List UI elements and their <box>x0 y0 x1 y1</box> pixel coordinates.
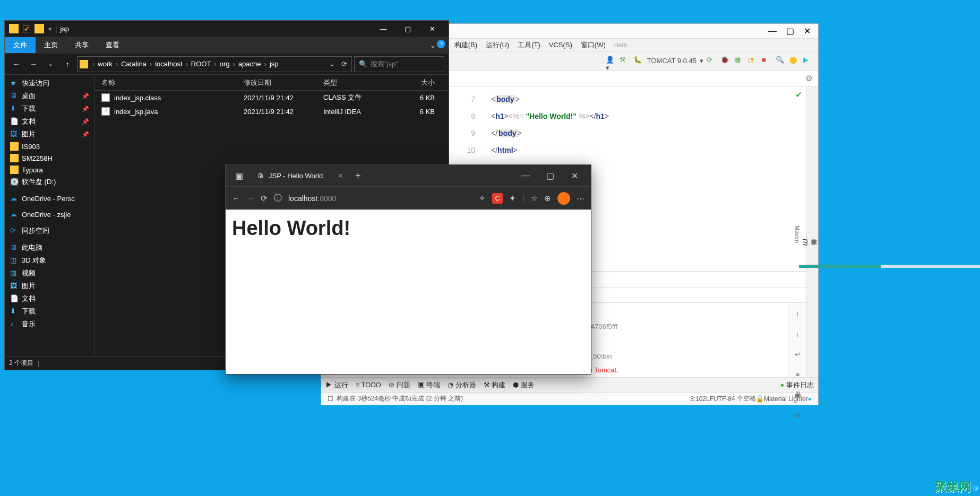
nav-quick-access[interactable]: ★快速访问 <box>5 77 94 90</box>
close-icon[interactable]: ✕ <box>804 26 811 36</box>
search-icon[interactable]: 🔍 <box>776 56 786 66</box>
minimize-button[interactable]: — <box>371 21 396 37</box>
reload-button[interactable]: ⟳ <box>261 194 268 203</box>
menu-build[interactable]: 构建(B) <box>451 39 480 51</box>
menu-window[interactable]: 窗口(W) <box>578 39 609 51</box>
extension-c-icon[interactable]: C <box>492 193 503 204</box>
sync-icon[interactable]: ⊕ <box>544 194 551 203</box>
tool-services[interactable]: ⬢ 服务 <box>513 380 535 390</box>
browser-titlebar[interactable]: ▣ 🗎 JSP - Hello World ✕ + — ▢ ✕ <box>226 165 591 186</box>
search-input[interactable]: 🔍 搜索"jsp" <box>354 56 444 72</box>
site-info-icon[interactable]: ⓘ <box>274 193 282 203</box>
column-name[interactable]: 名称 <box>95 78 244 88</box>
file-row[interactable]: Jindex_jsp.java 2021/11/9 21:42 IntelliJ… <box>95 105 449 118</box>
nav-3d-objects[interactable]: ◫3D 对象 <box>5 254 94 267</box>
nav-pictures[interactable]: 🖼图片📌 <box>5 128 94 141</box>
run-bug-icon[interactable]: 🐛 <box>633 56 644 66</box>
maximize-icon[interactable]: ▢ <box>786 26 794 36</box>
column-type[interactable]: 类型 <box>323 78 392 88</box>
restart-icon[interactable]: ⟳ <box>707 56 717 66</box>
explorer-titlebar[interactable]: ✔ ▾ | jsp — ▢ ✕ <box>5 21 449 37</box>
run-config-dropdown[interactable]: TOMCAT 9.0.45 <box>647 57 697 65</box>
collections-icon[interactable]: ☆ <box>531 194 538 203</box>
history-dropdown-icon[interactable]: ⌄ <box>329 60 335 68</box>
nav-disk-d[interactable]: 💽软件盘 (D:) <box>5 176 94 188</box>
extensions-icon[interactable]: ✦ <box>509 194 516 203</box>
refresh-icon[interactable]: ⟳ <box>341 60 347 68</box>
nav-music[interactable]: ♪音乐 <box>5 318 94 330</box>
file-encoding[interactable]: UTF-8 <box>713 395 732 403</box>
nav-videos[interactable]: ▥视频 <box>5 267 94 280</box>
maximize-button[interactable]: ▢ <box>396 21 420 37</box>
theme-name[interactable]: Material Lighter <box>764 395 808 403</box>
play-icon[interactable]: ▶ <box>803 56 814 66</box>
gear-icon[interactable]: ⚙ <box>805 73 813 83</box>
address-input[interactable]: localhost:8080 <box>288 194 472 203</box>
column-size[interactable]: 大小 <box>392 78 435 88</box>
coverage-icon[interactable]: ▦ <box>734 56 745 66</box>
tool-build[interactable]: ⚒ 构建 <box>484 380 506 390</box>
file-row[interactable]: index_jsp.class 2021/11/9 21:42 CLASS 文件… <box>95 91 449 105</box>
tool-todo[interactable]: ≡ TODO <box>356 381 381 389</box>
close-button[interactable]: ✕ <box>420 21 444 37</box>
stop-icon[interactable]: ■ <box>762 56 772 66</box>
forward-button[interactable]: → <box>26 57 41 72</box>
nav-folder-is903[interactable]: IS903 <box>5 141 94 152</box>
minimize-button[interactable]: — <box>513 165 538 186</box>
indent-info[interactable]: 4 个空格 <box>732 394 756 403</box>
menu-vcs[interactable]: VCS(S) <box>546 40 575 50</box>
scroll-end-icon[interactable]: ≡ <box>796 368 800 377</box>
inspection-ok-icon[interactable]: ✔ <box>795 90 802 100</box>
back-button[interactable]: ← <box>232 194 240 203</box>
line-ending[interactable]: LF <box>706 395 713 403</box>
more-icon[interactable]: ⋯ <box>577 194 584 203</box>
soft-wrap-icon[interactable]: ↩ <box>795 347 801 361</box>
nav-pictures2[interactable]: 🖼图片 <box>5 280 94 292</box>
new-tab-icon[interactable]: + <box>355 170 361 181</box>
nav-downloads[interactable]: ⬇下载📌 <box>5 102 94 115</box>
nav-folder-sm2258h[interactable]: SM2258H <box>5 152 94 164</box>
back-button[interactable]: ← <box>9 57 24 72</box>
browser-tab[interactable]: 🗎 JSP - Hello World ✕ <box>251 169 350 183</box>
favorite-icon[interactable]: ✧ <box>479 194 486 203</box>
maximize-button[interactable]: ▢ <box>538 165 562 186</box>
profiler-icon[interactable]: ◔ <box>748 56 759 66</box>
profile-avatar[interactable] <box>557 192 570 205</box>
nav-onedrive-zsjie[interactable]: ☁OneDrive - zsjie <box>5 208 94 220</box>
ribbon-share[interactable]: 共享 <box>66 37 97 53</box>
right-tool-stripe[interactable]: 数据库 m Maven <box>806 86 818 377</box>
nav-folder-typora[interactable]: Typora <box>5 164 94 176</box>
user-icon[interactable]: 👤▾ <box>606 56 616 66</box>
tool-terminal[interactable]: ▣ 终端 <box>418 380 441 390</box>
minimize-icon[interactable]: — <box>768 27 777 36</box>
select-checkbox[interactable]: ✔ <box>23 25 30 32</box>
caret-position[interactable]: 3:102 <box>690 395 706 403</box>
column-date[interactable]: 修改日期 <box>244 78 323 88</box>
navigation-pane[interactable]: ★快速访问 🖥桌面📌 ⬇下载📌 📄文档📌 🖼图片📌 IS903 SM2258H … <box>5 75 95 356</box>
tool-profiler[interactable]: ◔ 分析器 <box>448 380 476 390</box>
tab-overview-icon[interactable]: ▣ <box>230 167 248 185</box>
nav-desktop[interactable]: 🖥桌面📌 <box>5 90 94 102</box>
nav-sync-space[interactable]: ⟳同步空间 <box>5 224 94 237</box>
database-toolwindow[interactable]: 数据库 <box>810 92 818 377</box>
tool-run[interactable]: ▶ 运行 <box>325 380 348 390</box>
nav-documents2[interactable]: 📄文档 <box>5 292 94 305</box>
readonly-icon[interactable]: 🔓 <box>756 395 764 403</box>
expand-ribbon-icon[interactable]: ⌄ <box>430 41 436 49</box>
nav-downloads2[interactable]: ⬇下载 <box>5 305 94 318</box>
tool-problems[interactable]: ⊘ 问题 <box>389 380 410 390</box>
ribbon-file[interactable]: 文件 <box>5 37 36 53</box>
forward-button[interactable]: → <box>246 194 254 203</box>
ribbon-view[interactable]: 查看 <box>97 37 128 53</box>
nav-onedrive-personal[interactable]: ☁OneDrive - Persc <box>5 193 94 204</box>
status-icon[interactable]: ☐ <box>328 395 333 403</box>
down-arrow-icon[interactable]: ↓ <box>796 327 800 341</box>
help-icon[interactable]: ? <box>437 40 445 48</box>
nav-documents[interactable]: 📄文档📌 <box>5 115 94 128</box>
hammer-icon[interactable]: ⚒ <box>620 56 630 66</box>
ribbon-home[interactable]: 主页 <box>36 37 66 53</box>
up-arrow-icon[interactable]: ↑ <box>796 307 800 321</box>
breadcrumb-path[interactable]: › work› Catalina› localhost› ROOT› org› … <box>77 56 352 72</box>
up-button[interactable]: ↑ <box>60 57 75 72</box>
menu-tools[interactable]: 工具(T) <box>514 39 544 51</box>
